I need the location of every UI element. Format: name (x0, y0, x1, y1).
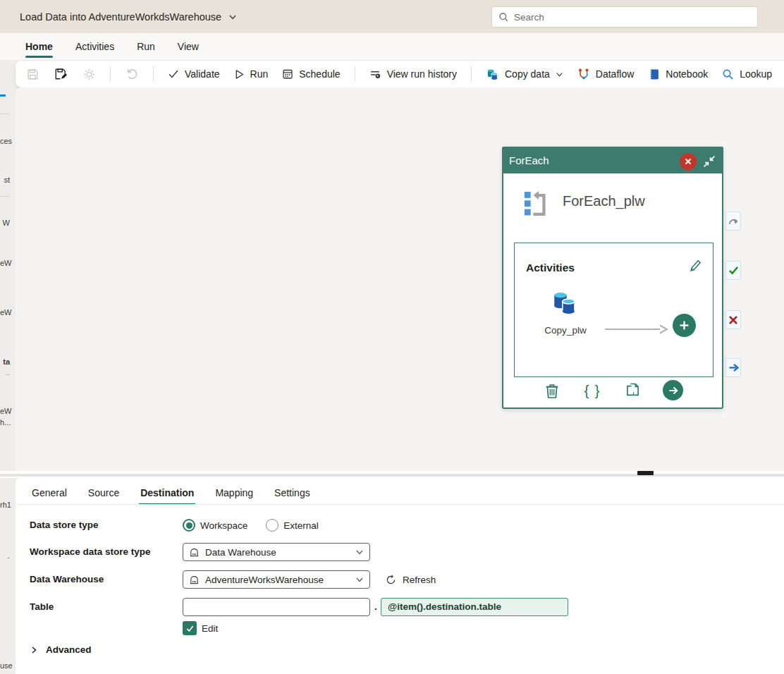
search-box[interactable] (491, 6, 758, 27)
tab-home[interactable]: Home (25, 33, 53, 60)
collapse-icon (703, 155, 716, 168)
view-run-history-button[interactable]: View run history (369, 68, 457, 80)
tab-settings-label: Settings (274, 487, 310, 498)
advanced-expander[interactable]: Advanced (30, 644, 92, 655)
foreach-activity-card[interactable]: ForEach (502, 147, 723, 409)
foreach-activity-name[interactable]: ForEach_plw (563, 193, 645, 209)
copy-data-icon (486, 68, 499, 81)
data-warehouse-row: Data Warehouse AdventureWorksWarehouse (16, 570, 763, 589)
workspace-radio[interactable]: Workspace (183, 519, 247, 532)
toolbar-divider (110, 66, 111, 82)
success-connector-icon (728, 266, 739, 275)
tab-source[interactable]: Source (87, 482, 121, 503)
workspace-data-store-type-label: Workspace data store type (30, 543, 174, 561)
dataflow-label: Dataflow (596, 68, 634, 80)
braces-icon: { } (584, 382, 601, 399)
external-radio[interactable]: External (266, 519, 319, 532)
view-run-history-label: View run history (387, 68, 457, 80)
foreach-card-title: ForEach (509, 154, 549, 166)
tab-settings[interactable]: Settings (273, 482, 312, 503)
fail-connector-icon (728, 315, 738, 325)
go-to-activity-button[interactable] (663, 380, 683, 400)
edit-checkbox[interactable] (183, 621, 197, 635)
clipped-left-panel-edge: ces st W eW eW ta .. eW h... rh1 - use (0, 87, 16, 674)
tab-activities[interactable]: Activities (75, 33, 114, 60)
table-expression-field[interactable]: @item().destination.table (381, 598, 568, 616)
refresh-icon (386, 575, 396, 585)
external-radio-label: External (283, 520, 319, 531)
tab-general-label: General (32, 487, 67, 498)
validate-label: Validate (185, 68, 220, 80)
activities-container[interactable]: Activities Copy_plw (514, 243, 713, 377)
divider (16, 504, 784, 505)
run-play-icon (234, 69, 245, 80)
notebook-icon (648, 68, 660, 80)
undo-button[interactable] (125, 66, 139, 82)
close-button[interactable] (680, 153, 697, 170)
panel-resize-handle[interactable] (637, 471, 654, 475)
data-warehouse-dropdown[interactable]: AdventureWorksWarehouse (183, 570, 370, 589)
validate-button[interactable]: Validate (168, 68, 220, 80)
radio-circle (183, 519, 195, 532)
schedule-button[interactable]: Schedule (282, 68, 340, 80)
selection-indicator (0, 94, 6, 97)
run-button[interactable]: Run (234, 68, 269, 80)
save-edit-icon (54, 68, 67, 80)
workspace-data-store-type-dropdown[interactable]: Data Warehouse (183, 543, 370, 561)
save-as-button[interactable] (54, 66, 68, 82)
workspace-data-store-type-value: Data Warehouse (205, 547, 276, 558)
completion-connector-button[interactable] (725, 358, 741, 377)
table-schema-input[interactable] (183, 598, 370, 616)
add-activity-button[interactable] (673, 314, 696, 337)
table-row: Table . @item().destination.table (16, 598, 763, 616)
tab-activities-label: Activities (75, 41, 114, 52)
pipeline-canvas[interactable]: ForEach (16, 87, 784, 471)
clipped-text: W (0, 219, 10, 227)
copy-activity-node[interactable]: Copy_plw (536, 290, 595, 336)
delete-button[interactable] (542, 381, 562, 400)
edit-pencil-icon[interactable] (689, 259, 703, 276)
duplicate-icon (625, 382, 641, 399)
view-run-history-icon (369, 68, 381, 80)
settings-button[interactable] (82, 66, 96, 82)
notebook-button[interactable]: Notebook (648, 68, 708, 80)
pipeline-title-dropdown[interactable]: Load Data into AdventureWorkdsWarehouse (20, 0, 237, 33)
chevron-down-icon (556, 71, 563, 78)
success-connector-button[interactable] (725, 261, 741, 280)
fail-connector-button[interactable] (725, 310, 741, 329)
warehouse-icon (189, 547, 200, 558)
refresh-button[interactable]: Refresh (386, 575, 436, 585)
duplicate-button[interactable] (623, 381, 642, 400)
close-icon (684, 157, 692, 166)
dataflow-button[interactable]: Dataflow (577, 68, 634, 80)
save-button[interactable] (25, 66, 39, 82)
copy-activity-label: Copy_plw (536, 325, 595, 336)
foreach-loop-icon (522, 186, 554, 221)
clipped-text: st (0, 176, 10, 184)
table-separator: . (374, 598, 377, 616)
tab-destination[interactable]: Destination (139, 482, 195, 503)
expression-braces-button[interactable]: { } (582, 381, 602, 400)
clipped-text: - (0, 553, 10, 561)
connector-arrow (604, 324, 668, 335)
copy-data-button[interactable]: Copy data (486, 68, 563, 81)
tab-run[interactable]: Run (137, 33, 155, 60)
data-warehouse-value: AdventureWorksWarehouse (205, 575, 324, 585)
search-input[interactable] (514, 12, 751, 23)
tab-mapping-label: Mapping (215, 487, 253, 498)
collapse-button[interactable] (702, 154, 717, 169)
checkmark-icon (185, 624, 195, 633)
chevron-down-icon (228, 13, 237, 21)
lookup-button[interactable]: Lookup (722, 68, 772, 80)
workspace-data-store-type-row: Workspace data store type Data Warehouse (16, 543, 763, 561)
schedule-calendar-icon (282, 68, 293, 80)
toolbar: Validate Run Schedule View run history (16, 61, 784, 87)
toolbar-divider (153, 66, 154, 82)
undo-icon (125, 68, 138, 80)
tab-mapping[interactable]: Mapping (214, 482, 255, 503)
properties-tab-bar: General Source Destination Mapping Setti… (30, 482, 312, 503)
skip-connector-icon (728, 216, 739, 226)
tab-view[interactable]: View (178, 33, 199, 60)
skip-connector-button[interactable] (725, 212, 741, 231)
tab-general[interactable]: General (30, 482, 68, 503)
